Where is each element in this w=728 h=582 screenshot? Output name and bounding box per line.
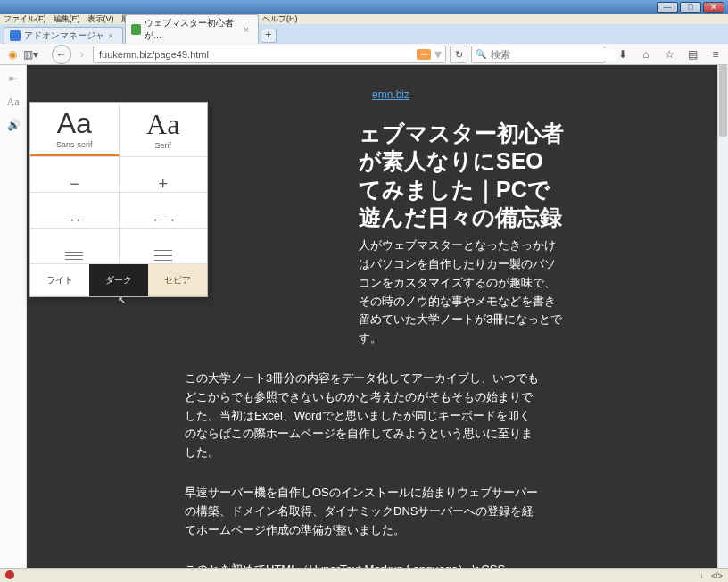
forward-button[interactable]: › bbox=[75, 47, 89, 62]
vertical-scrollbar[interactable] bbox=[717, 65, 728, 568]
tab-label: ウェブマスター初心者が… bbox=[145, 17, 240, 42]
search-icon: 🔍 bbox=[476, 49, 486, 59]
url-input[interactable] bbox=[97, 48, 417, 61]
puzzle-icon bbox=[10, 30, 21, 41]
tab-webmaster[interactable]: ウェブマスター初心者が… × bbox=[125, 14, 259, 44]
tight-lines-icon bbox=[65, 250, 83, 261]
back-button[interactable]: ← bbox=[52, 45, 71, 64]
theme-sepia[interactable]: セピア bbox=[148, 264, 207, 296]
type-controls-icon[interactable]: Aa bbox=[7, 96, 20, 108]
font-sans-option[interactable]: Aa Sans-serif bbox=[30, 103, 120, 156]
narrow-icon: →← bbox=[63, 212, 85, 227]
toolbar-icons: ⬇ ⌂ ☆ ▤ ≡ bbox=[608, 47, 723, 62]
font-sample: Aa bbox=[146, 110, 179, 138]
home-icon[interactable]: ⌂ bbox=[639, 47, 653, 62]
theme-row: ライト ダーク↖ セピア bbox=[30, 264, 207, 296]
tab-strip: アドオンマネージャ × ウェブマスター初心者が… × + bbox=[0, 24, 728, 44]
window-titlebar: — □ ✕ bbox=[0, 0, 728, 14]
sidebar-toggle-icon[interactable]: ▥▾ bbox=[23, 47, 37, 62]
theme-light[interactable]: ライト bbox=[30, 264, 89, 296]
font-label: Serif bbox=[154, 141, 171, 150]
narrate-icon[interactable]: 🔊 bbox=[7, 119, 20, 131]
status-dev-icon[interactable]: </> bbox=[711, 571, 723, 580]
heading-line1: ェブマスター初心者が素人なりにSEO bbox=[359, 121, 564, 173]
close-button[interactable]: ✕ bbox=[703, 2, 724, 13]
article-paragraph: このとき初めてHTML（HyperText Markup Language）とC… bbox=[185, 561, 542, 568]
new-tab-button[interactable]: + bbox=[261, 29, 277, 43]
article-paragraph: この大学ノート3冊分の内容をデータ化してアーカイブし、いつでもどこからでも参照で… bbox=[185, 370, 542, 462]
status-download-icon[interactable]: ↓ bbox=[699, 571, 704, 580]
hamburger-menu-icon[interactable]: ≡ bbox=[708, 47, 723, 62]
font-label: Sans-serif bbox=[56, 140, 93, 149]
loose-lines-icon bbox=[154, 249, 172, 262]
article: emn.biz ェブマスター初心者が素人なりにSEO てみました｜PCで遊んだ日… bbox=[180, 87, 564, 568]
reader-sidebar: ⇤ Aa 🔊 bbox=[0, 65, 27, 568]
site-icon bbox=[131, 24, 141, 35]
article-paragraph: 早速サーバー機を自作しOSのインストールに始まりウェブサーバーの構築、ドメイン名… bbox=[185, 484, 542, 539]
tab-addons[interactable]: アドオンマネージャ × bbox=[4, 27, 123, 44]
dropdown-icon[interactable]: ▾ bbox=[434, 46, 442, 62]
maximize-button[interactable]: □ bbox=[680, 2, 701, 13]
bookmark-star-icon[interactable]: ☆ bbox=[662, 47, 676, 62]
close-reader-icon[interactable]: ⇤ bbox=[7, 72, 20, 85]
article-domain-link[interactable]: emn.biz bbox=[372, 87, 564, 104]
tab-close-icon[interactable]: × bbox=[244, 25, 249, 35]
reader-badge-icon[interactable]: — bbox=[417, 49, 431, 60]
search-input[interactable] bbox=[489, 48, 616, 61]
theme-dark-label: ダーク bbox=[105, 275, 132, 285]
font-sample: Aa bbox=[57, 109, 92, 137]
library-icon[interactable]: ▤ bbox=[685, 47, 699, 62]
tab-close-icon[interactable]: × bbox=[108, 31, 113, 41]
wide-icon: ← → bbox=[152, 212, 175, 227]
plus-icon: + bbox=[158, 175, 168, 194]
heading-line2: てみました｜PCで遊んだ日々の備忘録 bbox=[359, 177, 562, 229]
status-left bbox=[5, 570, 14, 581]
minus-icon: − bbox=[70, 175, 79, 194]
scroll-thumb[interactable] bbox=[719, 65, 727, 137]
download-icon[interactable]: ⬇ bbox=[616, 47, 630, 62]
firefox-icon[interactable]: ◉ bbox=[5, 47, 20, 62]
minimize-button[interactable]: — bbox=[657, 2, 678, 13]
font-serif-option[interactable]: Aa Serif bbox=[120, 103, 208, 156]
reload-button[interactable]: ↻ bbox=[450, 46, 467, 63]
address-bar[interactable]: — ▾ bbox=[93, 46, 446, 63]
menu-bar: ファイル(F) 編集(E) 表示(V) 履歴(S) ブックマーク(B) ツール(… bbox=[0, 14, 728, 24]
nav-toolbar: ◉ ▥▾ ← › — ▾ ↻ 🔍 ⬇ ⌂ ☆ ▤ ≡ bbox=[0, 44, 728, 65]
article-heading: ェブマスター初心者が素人なりにSEO てみました｜PCで遊んだ日々の備忘録 bbox=[359, 120, 564, 231]
theme-dark[interactable]: ダーク↖ bbox=[89, 264, 148, 296]
tab-label: アドオンマネージャ bbox=[24, 29, 104, 42]
article-paragraph: 人がウェブマスターとなったきっかけはパソコンを自作したりカー製のパソコンをカスタ… bbox=[359, 237, 564, 348]
status-bar: ↓ </> bbox=[0, 568, 728, 582]
noscript-icon[interactable] bbox=[5, 570, 14, 579]
search-bar[interactable]: 🔍 bbox=[471, 46, 605, 63]
reader-type-panel: Aa Sans-serif Aa Serif − + →← ← → ライト ダー… bbox=[29, 102, 208, 297]
